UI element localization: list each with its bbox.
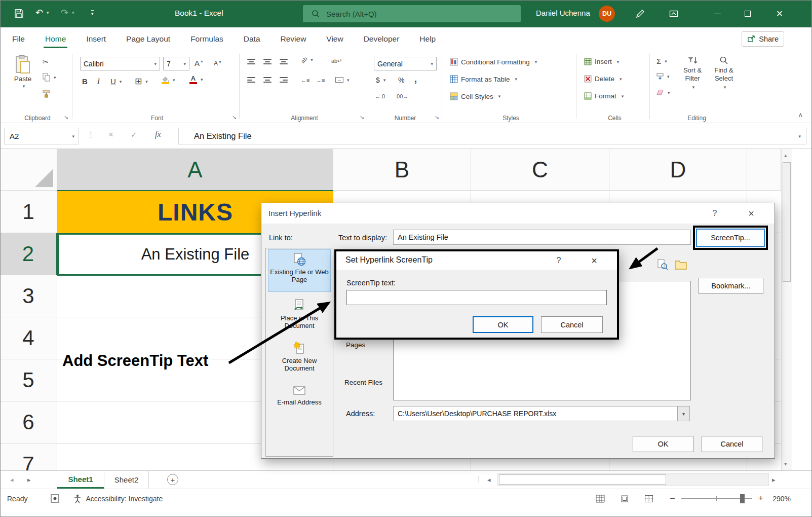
- bold-button[interactable]: B: [82, 77, 88, 86]
- format-painter-button[interactable]: [43, 89, 50, 98]
- ok-button[interactable]: OK: [633, 436, 693, 452]
- number-dialog-launcher-icon[interactable]: ↘: [435, 114, 439, 121]
- column-header-d[interactable]: D: [609, 149, 747, 191]
- prev-sheet-icon[interactable]: ◂: [10, 476, 14, 484]
- formula-input[interactable]: An Existing File ▾: [178, 128, 806, 144]
- tab-help[interactable]: Help: [419, 27, 436, 51]
- find-select-button[interactable]: Find & Select ▾: [709, 56, 739, 90]
- tab-insert[interactable]: Insert: [86, 27, 106, 51]
- browse-file-folder-icon[interactable]: [673, 257, 688, 272]
- percent-style-button[interactable]: %: [398, 76, 404, 84]
- sheet-tab-sheet2[interactable]: Sheet2: [104, 471, 149, 489]
- tab-view[interactable]: View: [326, 27, 343, 51]
- sort-filter-button[interactable]: Sort & Filter ▾: [678, 56, 707, 90]
- increase-indent-button[interactable]: →≡: [316, 77, 325, 83]
- row-header-6[interactable]: 6: [0, 401, 57, 444]
- align-left-button[interactable]: [247, 77, 255, 83]
- tab-review[interactable]: Review: [281, 27, 306, 51]
- zoom-out-button[interactable]: −: [670, 493, 675, 504]
- sheet-tab-sheet1[interactable]: Sheet1: [57, 471, 104, 489]
- macro-record-icon[interactable]: [51, 494, 59, 503]
- clear-button[interactable]: ▾: [656, 89, 670, 96]
- decrease-font-size-button[interactable]: A▼: [214, 60, 222, 67]
- align-center-button[interactable]: [263, 77, 272, 83]
- link-type-email-address[interactable]: E-mail Address: [268, 382, 331, 406]
- next-sheet-icon[interactable]: ▸: [27, 476, 31, 484]
- fill-color-button[interactable]: ▾: [161, 76, 175, 84]
- row-header-3[interactable]: 3: [0, 275, 57, 317]
- tab-developer[interactable]: Developer: [364, 27, 400, 51]
- address-combo[interactable]: C:\Users\User\Desktop\PURCHASE REPORT.xl…: [393, 406, 690, 421]
- link-type-place-in-document[interactable]: Place in This Document: [268, 296, 331, 329]
- redo-button[interactable]: ↷▾: [61, 7, 74, 18]
- accessibility-icon[interactable]: [73, 494, 82, 503]
- autosum-button[interactable]: Σ▾: [656, 57, 667, 65]
- normal-view-icon[interactable]: [596, 495, 605, 503]
- collapse-ribbon-icon[interactable]: ∧: [798, 111, 803, 119]
- borders-button[interactable]: ⊞▾: [135, 76, 148, 87]
- decrease-decimal-button[interactable]: .00→: [395, 93, 408, 99]
- browsed-pages-label[interactable]: Pages: [346, 341, 365, 349]
- row-header-1[interactable]: 1: [0, 191, 57, 233]
- avatar[interactable]: DU: [599, 6, 615, 22]
- link-type-existing-file[interactable]: Existing File or Web Page: [268, 249, 331, 292]
- save-icon[interactable]: [14, 9, 24, 18]
- comma-style-button[interactable]: ,: [414, 74, 417, 85]
- new-sheet-button[interactable]: +: [167, 474, 178, 485]
- help-button[interactable]: ?: [551, 253, 566, 268]
- cut-button[interactable]: ✂: [43, 58, 49, 66]
- share-button[interactable]: Share: [742, 31, 784, 47]
- column-header-b[interactable]: B: [333, 149, 471, 191]
- increase-font-size-button[interactable]: A▲: [195, 59, 204, 67]
- chevron-down-icon[interactable]: ▾: [677, 407, 689, 421]
- decrease-indent-button[interactable]: ←≡: [301, 77, 310, 83]
- row-header-4[interactable]: 4: [0, 317, 57, 359]
- scroll-down-icon[interactable]: ▾: [784, 461, 787, 467]
- orientation-button[interactable]: ab▾: [301, 57, 313, 63]
- delete-cells-button[interactable]: Delete▾: [584, 75, 622, 83]
- bottom-align-button[interactable]: [280, 59, 288, 64]
- italic-button[interactable]: I: [97, 77, 100, 86]
- middle-align-button[interactable]: [263, 59, 272, 64]
- row-header-2[interactable]: 2: [0, 233, 57, 275]
- insert-function-icon[interactable]: fx: [155, 130, 161, 139]
- merge-center-button[interactable]: ↔▾: [335, 77, 350, 83]
- font-dialog-launcher-icon[interactable]: ↘: [232, 114, 237, 121]
- paste-button[interactable]: Paste ▾: [8, 55, 37, 89]
- ink-pen-icon[interactable]: [635, 9, 645, 19]
- horizontal-scrollbar-thumb[interactable]: [499, 474, 666, 485]
- alignment-dialog-launcher-icon[interactable]: ↘: [360, 114, 364, 121]
- number-format-combo[interactable]: General▾: [374, 57, 437, 70]
- hscroll-right-icon[interactable]: ▸: [772, 476, 776, 484]
- minimize-button[interactable]: [705, 0, 729, 27]
- increase-decimal-button[interactable]: ←.0: [375, 93, 385, 99]
- column-header-c[interactable]: C: [471, 149, 609, 191]
- tab-page-layout[interactable]: Page Layout: [126, 27, 170, 51]
- zoom-level[interactable]: 290%: [772, 495, 791, 503]
- cancel-button[interactable]: Cancel: [702, 436, 762, 452]
- close-button[interactable]: ×: [766, 0, 793, 27]
- page-break-view-icon[interactable]: [644, 495, 653, 503]
- vertical-scrollbar-thumb[interactable]: [783, 162, 791, 282]
- tab-scroll-grip-icon[interactable]: ⋮: [475, 475, 482, 483]
- cancel-button[interactable]: Cancel: [541, 316, 603, 333]
- row-header-7[interactable]: 7: [0, 444, 57, 470]
- maximize-button[interactable]: [736, 0, 760, 27]
- help-button[interactable]: ?: [707, 206, 722, 220]
- link-type-create-new-document[interactable]: Create New Document: [268, 339, 331, 372]
- text-to-display-input[interactable]: [393, 230, 691, 245]
- underline-button[interactable]: U▾: [110, 77, 122, 86]
- zoom-slider[interactable]: [681, 494, 752, 503]
- column-header-a[interactable]: A: [57, 149, 333, 191]
- font-name-combo[interactable]: Calibri▾: [80, 57, 160, 70]
- cell-styles-button[interactable]: Cell Styles▾: [450, 92, 500, 100]
- user-name[interactable]: Daniel Uchenna: [536, 9, 590, 17]
- ok-button[interactable]: OK: [473, 316, 533, 333]
- customize-quick-access-icon[interactable]: ▾: [91, 10, 94, 16]
- confirm-entry-icon[interactable]: ✓: [131, 130, 137, 139]
- bookmark-button[interactable]: Bookmark...: [699, 278, 763, 294]
- ribbon-display-options-icon[interactable]: [669, 9, 679, 19]
- tab-formulas[interactable]: Formulas: [190, 27, 223, 51]
- format-as-table-button[interactable]: Format as Table▾: [450, 75, 517, 83]
- font-color-button[interactable]: A ▾: [189, 75, 203, 84]
